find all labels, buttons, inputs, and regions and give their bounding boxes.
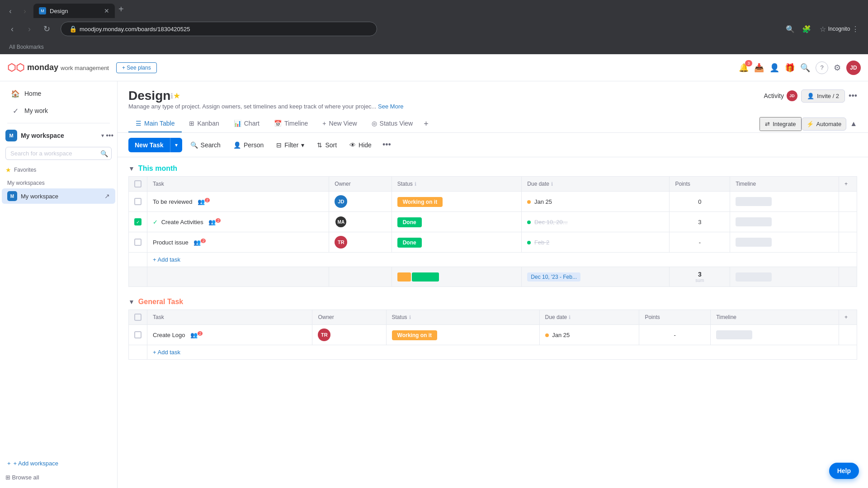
board-header: Design ℹ ★ Activity JD 👤 Invite / 2 — [118, 81, 868, 133]
tab-new-view[interactable]: + New View — [315, 115, 364, 132]
user-avatar[interactable]: JD — [846, 61, 861, 75]
sidebar-item-home[interactable]: 🏠 Home — [4, 85, 113, 102]
filter-toolbar-btn[interactable]: ⊟ Filter ▾ — [272, 138, 309, 152]
tab-status-view[interactable]: ◎ Status View — [364, 115, 420, 132]
sort-toolbar-btn[interactable]: ⇅ Sort — [312, 138, 341, 152]
board-star-icon[interactable]: ★ — [173, 91, 180, 101]
tab-kanban[interactable]: ⊞ Kanban — [182, 115, 226, 132]
board-more-btn[interactable]: ••• — [849, 91, 857, 101]
workspace-more-icon[interactable]: ••• — [106, 131, 113, 140]
add-workspace-btn[interactable]: + + Add workspace — [0, 456, 117, 470]
gift-icon[interactable]: 🎁 — [785, 63, 795, 73]
favorites-section: ★ Favorites — [0, 163, 117, 177]
back-forward-btns[interactable]: ‹ › — [4, 5, 32, 18]
filter-chevron-icon: ▾ — [301, 141, 304, 149]
tab-close-btn[interactable]: ✕ — [104, 7, 109, 14]
inbox-icon[interactable]: 📥 — [754, 63, 764, 73]
back-btn[interactable]: ‹ — [4, 5, 17, 18]
this-month-group-title: This month — [138, 164, 177, 173]
help-icon[interactable]: ? — [816, 61, 828, 74]
workspace-search-input[interactable] — [5, 147, 112, 160]
row-checkbox[interactable]: ✓ — [134, 218, 142, 225]
browser-menu-btn[interactable]: ⋮ — [848, 22, 863, 36]
row-checkbox-cell — [129, 232, 147, 253]
forward-btn[interactable]: › — [18, 5, 32, 18]
bell-icon[interactable]: 🔔 3 — [739, 63, 749, 73]
status-info-icon-2[interactable]: ℹ — [409, 314, 411, 320]
col-owner-header: Owner — [329, 177, 392, 192]
see-more-link[interactable]: See More — [378, 103, 403, 110]
help-btn[interactable]: Help — [829, 463, 859, 479]
sidebar-divider — [7, 123, 110, 123]
col-add-header[interactable]: + — [839, 177, 857, 192]
bookmarks-label[interactable]: All Bookmarks — [5, 44, 47, 50]
new-tab-btn[interactable]: + — [115, 4, 127, 14]
search-header-icon[interactable]: 🔍 — [800, 63, 810, 73]
timeline-bar — [736, 217, 772, 226]
task-cell-g: Create Logo 👥2 — [147, 325, 312, 345]
row-checkbox-g[interactable] — [134, 331, 142, 338]
new-task-dropdown-btn[interactable]: ▾ — [170, 138, 182, 152]
group-collapse-icon-2[interactable]: ▼ — [128, 298, 135, 305]
active-browser-tab[interactable]: M Design ✕ — [33, 4, 115, 18]
timeline-cell — [730, 232, 839, 253]
address-bar[interactable]: 🔒 moodjoy.monday.com/boards/1830420525 — [61, 22, 377, 36]
new-task-btn[interactable]: New Task — [128, 138, 170, 152]
add-task-label[interactable]: + Add task — [147, 253, 857, 267]
sidebar-item-my-work[interactable]: ✓ My work — [4, 103, 113, 119]
sidebar-bottom: + + Add workspace ⊞ Browse all — [0, 449, 117, 484]
person-toolbar-btn[interactable]: 👤 Person — [229, 138, 268, 152]
col-checkbox-header-2 — [129, 310, 147, 325]
duedate-cell: Jan 25 — [522, 192, 670, 212]
browser-extensions-btn[interactable]: 🧩 — [799, 22, 814, 36]
tab-timeline[interactable]: 📅 Timeline — [267, 115, 315, 132]
tab-title: Design — [50, 8, 68, 14]
nav-forward-btn[interactable]: › — [23, 22, 36, 36]
tab-main-table[interactable]: ☰ Main Table — [128, 115, 182, 132]
select-all-checkbox-2[interactable] — [134, 314, 142, 321]
favorites-label[interactable]: ★ Favorites — [5, 164, 112, 175]
my-work-label: My work — [24, 107, 48, 114]
invite-btn[interactable]: 👤 Invite / 2 — [801, 89, 845, 103]
row-checkbox[interactable] — [134, 239, 142, 246]
browser-profile-btn[interactable]: Incognito — [832, 22, 846, 36]
tab-chart[interactable]: 📊 Chart — [226, 115, 267, 132]
row-checkbox-cell — [129, 192, 147, 212]
automate-btn[interactable]: ⚡ Automate — [802, 117, 847, 131]
nav-back-btn[interactable]: ‹ — [5, 22, 19, 36]
workspace-header[interactable]: M My workspace ▾ ••• — [0, 127, 117, 144]
add-task-label-g[interactable]: + Add task — [147, 345, 857, 360]
row-checkbox[interactable] — [134, 198, 142, 205]
nav-refresh-btn[interactable]: ↻ — [40, 22, 53, 36]
select-all-checkbox[interactable] — [134, 180, 142, 188]
duedate-info-icon-2[interactable]: ℹ — [569, 314, 571, 320]
owner-stack: MA — [335, 216, 386, 228]
workspace-item-my-workspace[interactable]: M My workspace ↗ — [2, 188, 115, 204]
settings-icon[interactable]: ⚙ — [834, 63, 841, 73]
add-task-row[interactable]: + Add task — [129, 253, 857, 267]
general-task-group: ▼ General Task Task Owner — [128, 298, 857, 360]
activity-btn[interactable]: Activity JD — [764, 90, 797, 101]
browse-all-btn[interactable]: ⊞ Browse all — [0, 470, 117, 484]
browser-search-btn[interactable]: 🔍 — [783, 22, 797, 36]
collapse-btn[interactable]: ▲ — [850, 120, 857, 128]
status-cell[interactable]: Working on it — [392, 192, 522, 212]
integrate-btn[interactable]: ⇄ Integrate — [760, 117, 801, 131]
col-add-header-2[interactable]: + — [839, 310, 857, 325]
people-icon[interactable]: 👤 — [769, 63, 779, 73]
add-task-row-g[interactable]: + Add task — [129, 345, 857, 360]
search-toolbar-btn[interactable]: 🔍 Search — [186, 138, 225, 152]
points-cell-g: - — [639, 325, 711, 345]
hide-toolbar-btn[interactable]: 👁 Hide — [345, 138, 376, 152]
group-collapse-icon[interactable]: ▼ — [128, 165, 135, 172]
status-info-icon[interactable]: ℹ — [415, 181, 416, 187]
toolbar-more-btn[interactable]: ••• — [380, 137, 394, 152]
see-plans-btn[interactable]: + See plans — [116, 62, 157, 73]
status-cell[interactable]: Done — [392, 232, 522, 253]
add-view-btn[interactable]: + — [420, 116, 432, 132]
status-cell[interactable]: Done — [392, 212, 522, 232]
subscriber-icon: 👥2 — [208, 219, 221, 225]
duedate-info-icon[interactable]: ℹ — [551, 181, 553, 187]
subscriber-icon-g: 👥2 — [190, 332, 203, 338]
status-cell-g[interactable]: Working on it — [386, 325, 539, 345]
